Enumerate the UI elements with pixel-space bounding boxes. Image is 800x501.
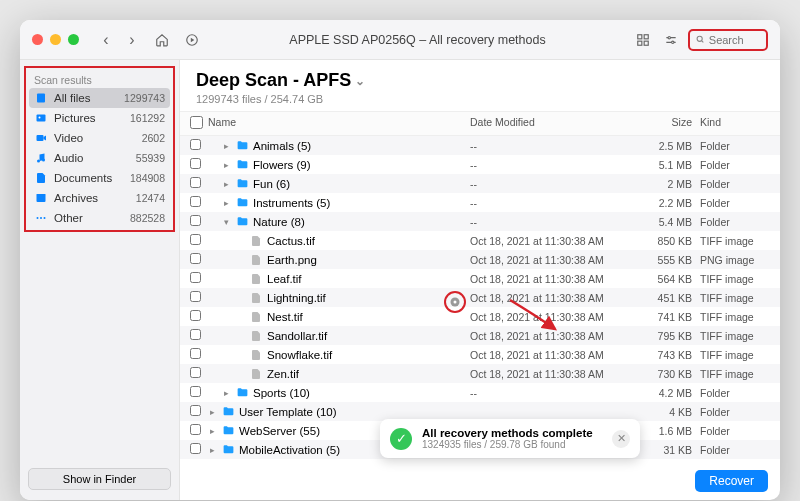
disclosure-triangle[interactable]: ▸	[222, 179, 231, 189]
disclosure-triangle[interactable]: ▸	[208, 407, 217, 417]
table-row[interactable]: Cactus.tifOct 18, 2021 at 11:30:38 AM850…	[180, 231, 780, 250]
row-checkbox[interactable]	[190, 329, 201, 340]
date-modified: Oct 18, 2021 at 11:30:38 AM	[470, 292, 640, 304]
back-button[interactable]: ‹	[95, 29, 117, 51]
disclosure-triangle[interactable]: ▸	[222, 198, 231, 208]
table-row[interactable]: Snowflake.tifOct 18, 2021 at 11:30:38 AM…	[180, 345, 780, 364]
col-kind[interactable]: Kind	[700, 116, 770, 131]
page-title[interactable]: Deep Scan - APFS⌄	[196, 70, 764, 91]
file-size: 741 KB	[640, 311, 700, 323]
svg-point-13	[39, 117, 41, 119]
check-icon: ✓	[390, 428, 412, 450]
video-icon	[34, 131, 48, 145]
sidebar-item-label: Archives	[54, 192, 98, 204]
file-kind: Folder	[700, 178, 770, 190]
row-checkbox[interactable]	[190, 367, 201, 378]
file-kind: TIFF image	[700, 330, 770, 342]
table-row[interactable]: ▾Nature (8)--5.4 MBFolder	[180, 212, 780, 231]
pictures-icon	[34, 111, 48, 125]
col-size[interactable]: Size	[640, 116, 700, 131]
zoom-button[interactable]	[68, 34, 79, 45]
file-icon	[249, 234, 263, 248]
file-size: 4.2 MB	[640, 387, 700, 399]
file-kind: TIFF image	[700, 235, 770, 247]
completion-toast: ✓ All recovery methods complete 1324935 …	[380, 419, 640, 458]
sidebar-item-video[interactable]: Video2602	[26, 128, 173, 148]
table-row[interactable]: ▸Instruments (5)--2.2 MBFolder	[180, 193, 780, 212]
date-modified: Oct 18, 2021 at 11:30:38 AM	[470, 235, 640, 247]
show-in-finder-button[interactable]: Show in Finder	[28, 468, 171, 490]
sidebar-item-documents[interactable]: Documents184908	[26, 168, 173, 188]
row-checkbox[interactable]	[190, 272, 201, 283]
file-size: 31 KB	[640, 444, 700, 456]
disclosure-triangle[interactable]: ▸	[208, 426, 217, 436]
file-name: Snowflake.tif	[267, 349, 332, 361]
table-row[interactable]: ▸Sports (10)--4.2 MBFolder	[180, 383, 780, 402]
row-checkbox[interactable]	[190, 215, 201, 226]
table-row[interactable]: Nest.tifOct 18, 2021 at 11:30:38 AM741 K…	[180, 307, 780, 326]
row-checkbox[interactable]	[190, 234, 201, 245]
file-icon	[249, 291, 263, 305]
svg-rect-3	[638, 41, 642, 45]
select-all-checkbox[interactable]	[190, 116, 203, 129]
table-row[interactable]: Lightning.tifOct 18, 2021 at 11:30:38 AM…	[180, 288, 780, 307]
date-modified: --	[470, 197, 640, 209]
sidebar-item-count: 55939	[136, 152, 165, 164]
table-row[interactable]: Earth.pngOct 18, 2021 at 11:30:38 AM555 …	[180, 250, 780, 269]
disclosure-triangle[interactable]: ▾	[222, 217, 231, 227]
toast-subtitle: 1324935 files / 259.78 GB found	[422, 439, 593, 450]
close-button[interactable]	[32, 34, 43, 45]
rescan-icon[interactable]	[181, 29, 203, 51]
table-row[interactable]: Leaf.tifOct 18, 2021 at 11:30:38 AM564 K…	[180, 269, 780, 288]
disclosure-triangle[interactable]: ▸	[222, 141, 231, 151]
svg-point-15	[37, 160, 40, 163]
svg-point-23	[454, 300, 457, 303]
row-checkbox[interactable]	[190, 177, 201, 188]
row-checkbox[interactable]	[190, 310, 201, 321]
table-row[interactable]: Zen.tifOct 18, 2021 at 11:30:38 AM730 KB…	[180, 364, 780, 383]
preview-icon[interactable]	[444, 291, 466, 313]
col-date[interactable]: Date Modified	[470, 116, 640, 131]
row-checkbox[interactable]	[190, 386, 201, 397]
table-row[interactable]: Sandollar.tifOct 18, 2021 at 11:30:38 AM…	[180, 326, 780, 345]
folder-icon	[235, 215, 249, 229]
row-checkbox[interactable]	[190, 405, 201, 416]
toast-title: All recovery methods complete	[422, 427, 593, 439]
svg-point-16	[42, 159, 45, 162]
sidebar-item-other[interactable]: Other882528	[26, 208, 173, 228]
home-icon[interactable]	[151, 29, 173, 51]
row-checkbox[interactable]	[190, 196, 201, 207]
row-checkbox[interactable]	[190, 291, 201, 302]
toast-close-button[interactable]: ✕	[612, 430, 630, 448]
row-checkbox[interactable]	[190, 348, 201, 359]
sidebar-item-archives[interactable]: Archives12474	[26, 188, 173, 208]
row-checkbox[interactable]	[190, 253, 201, 264]
row-checkbox[interactable]	[190, 443, 201, 454]
filter-icon[interactable]	[660, 29, 682, 51]
sidebar-item-all-files[interactable]: All files1299743	[29, 88, 170, 108]
disclosure-triangle[interactable]: ▸	[222, 160, 231, 170]
table-row[interactable]: ▸Flowers (9)--5.1 MBFolder	[180, 155, 780, 174]
view-mode-icon[interactable]	[632, 29, 654, 51]
disclosure-triangle[interactable]: ▸	[222, 388, 231, 398]
row-checkbox[interactable]	[190, 139, 201, 150]
table-row[interactable]: ▸Animals (5)--2.5 MBFolder	[180, 136, 780, 155]
file-size: 564 KB	[640, 273, 700, 285]
recover-button[interactable]: Recover	[695, 470, 768, 492]
file-size: 850 KB	[640, 235, 700, 247]
col-name[interactable]: Name	[208, 116, 470, 131]
search-input[interactable]	[709, 34, 760, 46]
row-checkbox[interactable]	[190, 424, 201, 435]
row-checkbox[interactable]	[190, 158, 201, 169]
disclosure-triangle[interactable]: ▸	[208, 445, 217, 455]
file-name: Sandollar.tif	[267, 330, 327, 342]
svg-rect-12	[37, 115, 46, 122]
search-box[interactable]	[688, 29, 768, 51]
minimize-button[interactable]	[50, 34, 61, 45]
sidebar-item-pictures[interactable]: Pictures161292	[26, 108, 173, 128]
date-modified: Oct 18, 2021 at 11:30:38 AM	[470, 273, 640, 285]
table-row[interactable]: ▸Fun (6)--2 MBFolder	[180, 174, 780, 193]
forward-button[interactable]: ›	[121, 29, 143, 51]
sidebar-item-audio[interactable]: Audio55939	[26, 148, 173, 168]
file-name: Fun (6)	[253, 178, 290, 190]
